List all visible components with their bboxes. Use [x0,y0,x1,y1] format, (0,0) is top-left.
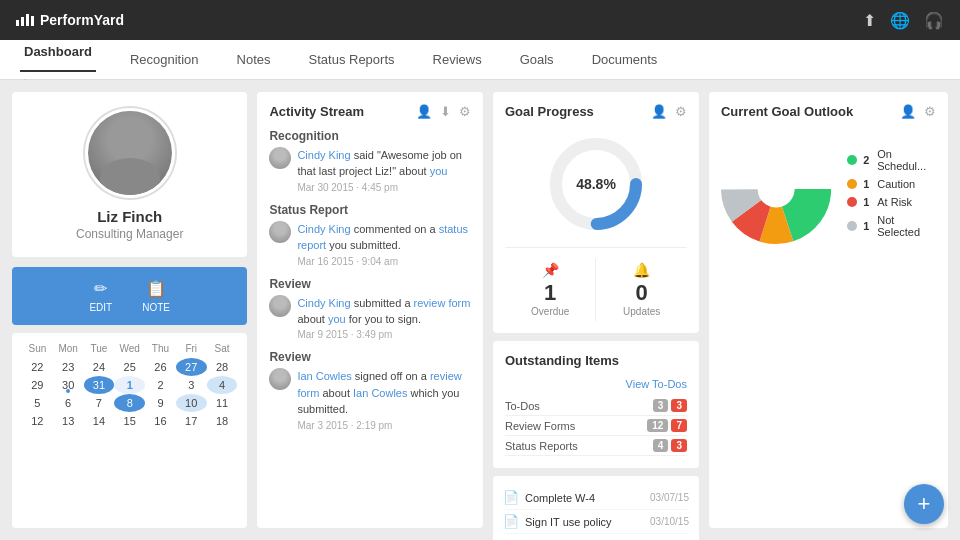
todo-item-2: 📄 Sign IT use policy 03/10/15 [503,510,689,534]
cal-cell[interactable]: 14 [84,412,115,430]
cal-cell-30[interactable]: 30 [53,376,84,394]
review-form-link-1[interactable]: review form [414,297,471,309]
cal-cell[interactable]: 23 [53,358,84,376]
todos-red: 3 [671,399,687,412]
cal-cell[interactable]: 16 [145,412,176,430]
label-on-schedule: On Schedul... [877,148,936,172]
cal-cell[interactable]: 28 [207,358,238,376]
legend-at-risk: 1 At Risk [847,196,936,208]
person-icon-2[interactable]: 👤 [651,104,667,119]
nav-goals[interactable]: Goals [516,40,558,80]
person-icon[interactable]: 👤 [416,104,432,119]
cal-cell[interactable]: 26 [145,358,176,376]
cal-cell[interactable]: 29 [22,376,53,394]
cal-cell[interactable]: 22 [22,358,53,376]
ian-link-2[interactable]: Ian Cowles [353,387,407,399]
label-not-selected: Not Selected [877,214,936,238]
cal-cell[interactable]: 11 [207,394,238,412]
goal-progress-header: Goal Progress 👤 ⚙ [505,104,687,119]
download-icon[interactable]: ⬇ [440,104,451,119]
label-at-risk: At Risk [877,196,912,208]
legend-caution: 1 Caution [847,178,936,190]
ian-link-1[interactable]: Ian Cowles [297,370,351,382]
cindy-avatar-3 [269,295,291,317]
note-button[interactable]: 📋 NOTE [142,279,170,313]
outstanding-card: Outstanding Items View To-Dos To-Dos 3 3… [493,341,699,468]
donut-chart: 48.8% [505,129,687,239]
nav-dashboard[interactable]: Dashboard [20,32,96,72]
cal-cell[interactable]: 12 [22,412,53,430]
cal-cell[interactable]: 5 [22,394,53,412]
dot-caution [847,179,857,189]
cal-cell[interactable]: 2 [145,376,176,394]
you-link-2[interactable]: you [328,313,346,325]
cal-day-tue: Tue [84,343,115,354]
count-on-schedule: 2 [863,154,869,166]
goal-card-icons: 👤 ⚙ [651,104,687,119]
pie-area: 2 On Schedul... 1 Caution 1 At Risk [721,129,936,249]
todo-item-1: 📄 Complete W-4 03/07/15 [503,486,689,510]
cal-cell[interactable]: 7 [84,394,115,412]
ian-avatar [269,368,291,390]
donut-percent: 48.8% [576,176,616,192]
activity-review-1: Review Cindy King submitted a review for… [269,277,471,341]
nav-documents[interactable]: Documents [588,40,662,80]
todo-items-card: 📄 Complete W-4 03/07/15 📄 Sign IT use po… [493,476,699,540]
cal-cell[interactable]: 9 [145,394,176,412]
cal-cell[interactable]: 18 [207,412,238,430]
outstanding-header: Outstanding Items [505,353,687,368]
cindy-link-1[interactable]: Cindy King [297,149,350,161]
review-label: Review Forms [505,420,575,432]
activity-card-icons: 👤 ⬇ ⚙ [416,104,471,119]
cal-cell[interactable]: 24 [84,358,115,376]
pin-icon: 📌 [542,262,559,278]
cal-cell[interactable]: 15 [114,412,145,430]
fab-button[interactable]: + [904,484,944,524]
cal-cell-4[interactable]: 4 [207,376,238,394]
pie-chart [721,129,831,249]
cal-day-sun: Sun [22,343,53,354]
headset-icon[interactable]: 🎧 [924,11,944,30]
nav-notes[interactable]: Notes [233,40,275,80]
review-1-time: Mar 9 2015 · 3:49 pm [297,329,471,340]
cal-cell[interactable]: 3 [176,376,207,394]
nav-status-reports[interactable]: Status Reports [305,40,399,80]
updates-stat: 🔔 0 Updates [596,258,686,321]
cal-cell-27[interactable]: 27 [176,358,207,376]
goal-progress-card: Goal Progress 👤 ⚙ 48.8% 📌 1 Overdue [493,92,699,333]
cal-day-sat: Sat [207,343,238,354]
todo-item-3: 📄 Complete training acknowledgment 03/19… [503,534,689,540]
person-icon-3[interactable]: 👤 [900,104,916,119]
cal-cell[interactable]: 6 [53,394,84,412]
cal-cell[interactable]: 25 [114,358,145,376]
cal-cell[interactable]: 17 [176,412,207,430]
activity-title: Activity Stream [269,104,364,119]
cal-cell[interactable]: 13 [53,412,84,430]
cal-cell-10[interactable]: 10 [176,394,207,412]
cindy-link-2[interactable]: Cindy King [297,223,350,235]
right-panel: Current Goal Outlook 👤 ⚙ [709,92,948,528]
settings-icon-2[interactable]: ⚙ [675,104,687,119]
label-caution: Caution [877,178,915,190]
nav-recognition[interactable]: Recognition [126,40,203,80]
settings-icon-3[interactable]: ⚙ [924,104,936,119]
review-2-text: Ian Cowles signed off on a review form a… [297,368,471,430]
settings-icon[interactable]: ⚙ [459,104,471,119]
overdue-stat: 📌 1 Overdue [505,258,596,321]
activity-recognition: Recognition Cindy King said "Awesome job… [269,129,471,193]
cal-cell-31[interactable]: 31 [84,376,115,394]
view-todos-link[interactable]: View To-Dos [505,378,687,390]
todo-text-1: Complete W-4 [525,492,595,504]
globe-icon[interactable]: 🌐 [890,11,910,30]
legend-on-schedule: 2 On Schedul... [847,148,936,172]
recognition-row: Cindy King said "Awesome job on that las… [269,147,471,193]
cindy-link-3[interactable]: Cindy King [297,297,350,309]
edit-button[interactable]: ✏ EDIT [89,279,112,313]
cal-cell-1[interactable]: 1 [114,376,145,394]
upload-icon[interactable]: ⬆ [863,11,876,30]
profile-name: Liz Finch [97,208,162,225]
you-link-1[interactable]: you [430,165,448,177]
cal-cell-8[interactable]: 8 [114,394,145,412]
nav-reviews[interactable]: Reviews [429,40,486,80]
dot-not-selected [847,221,857,231]
